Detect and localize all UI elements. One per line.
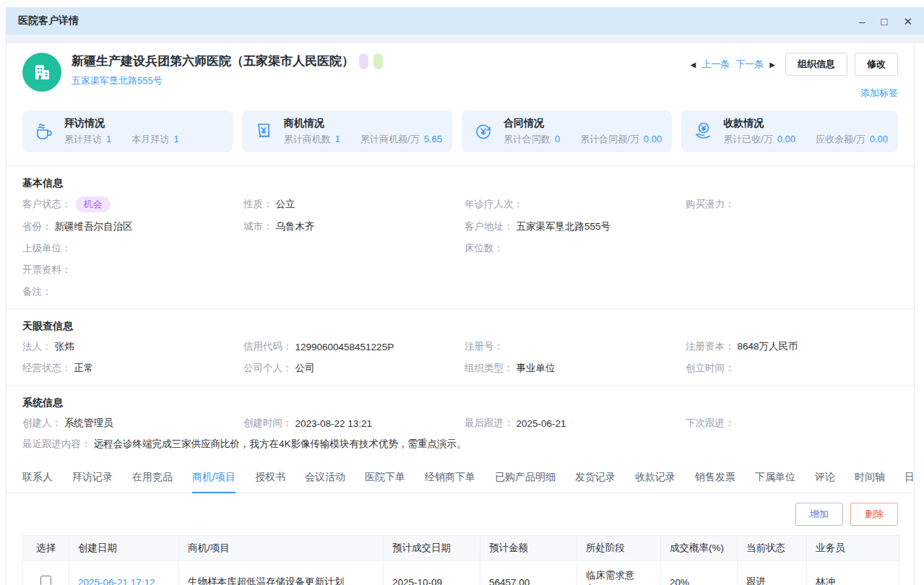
visit-total: 累计拜访1 bbox=[64, 133, 111, 146]
coffee-cup-icon bbox=[33, 120, 56, 143]
field-bed-count: 床位数： bbox=[465, 241, 677, 256]
hand-yen-icon bbox=[691, 120, 714, 143]
cell-amount: 56457.00 bbox=[480, 561, 577, 585]
prev-arrow-icon[interactable]: ◀ bbox=[691, 61, 696, 69]
payment-stat-card: 收款情况 累计已收/万0.00 应收余额/万0.00 bbox=[681, 110, 898, 152]
receipt-yen-icon bbox=[252, 120, 275, 143]
tab-competitors[interactable]: 在用竞品 bbox=[132, 471, 173, 493]
table-row: 2025-06-21 17:12 生物样本库超低温存储设备更新计划 2025-1… bbox=[23, 561, 899, 585]
row-checkbox[interactable] bbox=[40, 576, 51, 585]
tab-authorizations[interactable]: 授权书 bbox=[255, 471, 285, 493]
payment-card-title: 收款情况 bbox=[723, 117, 888, 130]
tab-logs[interactable]: 日志 bbox=[904, 471, 915, 493]
tag-badge-purple bbox=[359, 53, 368, 69]
tab-timeline[interactable]: 时间轴 bbox=[855, 471, 885, 493]
field-customer-address: 客户地址：五家渠军垦北路555号 bbox=[465, 220, 677, 234]
hospital-address-link[interactable]: 五家渠军垦北路555号 bbox=[72, 74, 163, 87]
payment-received: 累计已收/万0.00 bbox=[723, 133, 795, 146]
org-info-button[interactable]: 组织信息 bbox=[785, 53, 847, 76]
contract-card-title: 合同情况 bbox=[504, 117, 662, 130]
tab-visit-records[interactable]: 拜访记录 bbox=[72, 471, 113, 493]
hospital-name: 新疆生产建设兵团第六师医院（五家渠市人民医院） bbox=[72, 53, 354, 69]
visit-stat-card: 拜访情况 累计拜访1 本月拜访1 bbox=[22, 110, 233, 152]
opportunity-card-title: 商机情况 bbox=[284, 117, 442, 130]
tab-payment-records[interactable]: 收款记录 bbox=[635, 471, 675, 493]
tab-sales-invoices[interactable]: 销售发票 bbox=[695, 471, 735, 493]
table-header-row: 选择 创建日期 商机/项目 预计成交日期 预计金额 所处阶段 成交概率(%) 当… bbox=[23, 536, 899, 561]
tab-subordinate-units[interactable]: 下属单位 bbox=[755, 471, 795, 493]
field-parent-unit: 上级单位： bbox=[22, 241, 235, 256]
tianyancha-section: 天眼查信息 法人：张炜 信用代码：12990600458451225P 注册号：… bbox=[7, 309, 914, 385]
cell-project: 生物样本库超低温存储设备更新计划 bbox=[179, 561, 384, 585]
col-header-salesperson: 业务员 bbox=[807, 536, 899, 561]
add-button[interactable]: 增加 bbox=[795, 503, 843, 526]
cell-salesperson: 林冲 bbox=[807, 561, 899, 585]
contract-count: 累计合同数0 bbox=[504, 133, 560, 146]
tab-comments[interactable]: 评论 bbox=[815, 471, 835, 493]
field-invoice-info: 开票资料： bbox=[22, 263, 235, 277]
recent-follow-content: 最近跟进内容： 远程会诊终端完成三家供应商比价，我方在4K影像传输模块有技术优势… bbox=[22, 438, 898, 451]
cell-probability: 20% bbox=[661, 561, 738, 585]
system-info-title: 系统信息 bbox=[22, 396, 898, 410]
col-header-amount: 预计金额 bbox=[480, 536, 577, 561]
tab-shipping-records[interactable]: 发货记录 bbox=[575, 471, 616, 493]
tab-meetings[interactable]: 会议活动 bbox=[305, 471, 345, 493]
col-header-stage: 所处阶段 bbox=[577, 536, 661, 561]
field-creator: 创建人：系统管理员 bbox=[22, 416, 235, 430]
field-province: 省份：新疆维吾尔自治区 bbox=[22, 220, 235, 234]
tab-opportunities[interactable]: 商机/项目 bbox=[192, 471, 236, 493]
opportunity-table-wrap: 选择 创建日期 商机/项目 预计成交日期 预计金额 所处阶段 成交概率(%) 当… bbox=[7, 534, 914, 585]
cell-created-date[interactable]: 2025-06-21 17:12 bbox=[69, 561, 179, 585]
table-toolbar: 增加 删除 bbox=[7, 493, 914, 534]
tag-badge-green bbox=[374, 53, 383, 69]
field-last-follow: 最后跟进：2025-06-21 bbox=[465, 416, 677, 430]
edit-button[interactable]: 修改 bbox=[855, 53, 898, 76]
field-legal-person: 法人：张炜 bbox=[22, 339, 235, 354]
opportunity-table: 选择 创建日期 商机/项目 预计成交日期 预计金额 所处阶段 成交概率(%) 当… bbox=[22, 535, 899, 585]
payment-due: 应收余额/万0.00 bbox=[816, 133, 888, 146]
field-credit-code: 信用代码：12990600458451225P bbox=[243, 339, 456, 354]
add-tag-link[interactable]: 添加标签 bbox=[860, 87, 898, 100]
field-nature: 性质：公立 bbox=[243, 196, 456, 212]
col-header-status: 当前状态 bbox=[738, 536, 807, 561]
hospital-building-icon bbox=[22, 53, 61, 92]
window-title: 医院客户详情 bbox=[18, 14, 79, 27]
field-operating-status: 经营状态：正常 bbox=[22, 361, 235, 376]
opportunity-amount: 累计商机额/万5.65 bbox=[360, 133, 442, 146]
field-company-type: 公司个人：公司 bbox=[243, 361, 456, 376]
system-info-section: 系统信息 创建人：系统管理员 创建时间：2023-08-22 13:21 最后跟… bbox=[7, 386, 914, 460]
close-icon[interactable]: ✕ bbox=[903, 16, 912, 27]
status-pill: 机会 bbox=[76, 196, 111, 212]
visit-card-title: 拜访情况 bbox=[64, 117, 178, 130]
tab-purchased-products[interactable]: 已购产品明细 bbox=[495, 471, 556, 493]
prev-record-link[interactable]: 上一条 bbox=[701, 58, 730, 71]
hero-section: 新疆生产建设兵团第六师医院（五家渠市人民医院） 五家渠军垦北路555号 ◀ 上一… bbox=[7, 43, 914, 165]
delete-button[interactable]: 删除 bbox=[850, 503, 898, 526]
field-create-time: 创建时间：2023-08-22 13:21 bbox=[243, 416, 456, 430]
titlebar: 医院客户详情 – □ ✕ bbox=[7, 7, 924, 35]
opportunity-count: 累计商机数1 bbox=[284, 133, 340, 146]
opportunity-stat-card: 商机情况 累计商机数1 累计商机额/万5.65 bbox=[242, 110, 452, 152]
field-next-follow: 下次跟进： bbox=[686, 416, 898, 430]
col-header-project: 商机/项目 bbox=[179, 536, 384, 561]
row-select-cell bbox=[23, 561, 69, 585]
next-record-link[interactable]: 下一条 bbox=[735, 58, 764, 71]
field-org-type: 组织类型：事业单位 bbox=[465, 361, 677, 376]
minimize-icon[interactable]: – bbox=[859, 16, 865, 27]
cell-close-date: 2025-10-09 bbox=[384, 561, 480, 585]
basic-info-section: 基本信息 客户状态：机会 性质：公立 年诊疗人次： 购买潜力： 省份：新疆维吾尔… bbox=[7, 166, 914, 308]
detail-content: 新疆生产建设兵团第六师医院（五家渠市人民医院） 五家渠军垦北路555号 ◀ 上一… bbox=[7, 43, 915, 585]
maximize-icon[interactable]: □ bbox=[881, 16, 887, 27]
visit-month: 本月拜访1 bbox=[131, 133, 178, 146]
tab-dealer-orders[interactable]: 经销商下单 bbox=[425, 471, 475, 493]
contract-stat-card: 合同情况 累计合同数0 累计合同额/万0.00 bbox=[462, 110, 672, 152]
field-reg-capital: 注册资本：8648万人民币 bbox=[686, 339, 898, 354]
field-city: 城市：乌鲁木齐 bbox=[243, 220, 456, 234]
window-controls: – □ ✕ bbox=[859, 16, 912, 27]
basic-info-title: 基本信息 bbox=[22, 177, 898, 190]
field-reg-number: 注册号： bbox=[465, 339, 677, 354]
tab-contacts[interactable]: 联系人 bbox=[22, 471, 53, 493]
cell-stage: 临床需求意向… bbox=[577, 561, 661, 585]
next-arrow-icon[interactable]: ▶ bbox=[769, 61, 775, 69]
tab-hospital-orders[interactable]: 医院下单 bbox=[365, 471, 405, 493]
